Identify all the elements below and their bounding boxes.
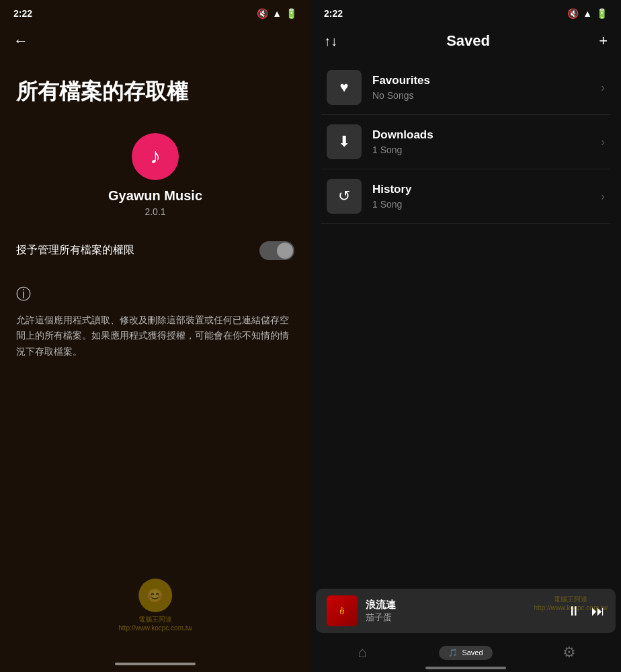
now-playing-info: 浪流連 茄子蛋 — [366, 599, 567, 624]
downloads-icon: ⬇ — [327, 124, 362, 159]
history-name: History — [372, 183, 601, 196]
home-indicator-left — [115, 663, 196, 665]
add-icon: + — [599, 32, 608, 49]
battery-icon: 🔋 — [286, 8, 297, 19]
status-bar-left: 2:22 🔇 ▲ 🔋 — [0, 0, 310, 24]
permission-row: 授予管理所有檔案的權限 — [0, 228, 310, 274]
favourites-arrow: › — [601, 81, 605, 95]
history-sub: 1 Song — [372, 199, 601, 210]
left-panel: 2:22 🔇 ▲ 🔋 ← 所有檔案的存取權 ♪ Gyawun Music 2.0… — [0, 0, 310, 672]
info-icon: ⓘ — [16, 284, 294, 304]
nav-saved[interactable]: 🎵 Saved — [414, 646, 518, 660]
pause-button[interactable]: ⏸ — [567, 603, 581, 619]
nav-settings[interactable]: ⚙ — [518, 644, 621, 661]
sort-icon: ↑↓ — [324, 34, 337, 48]
watermark-icon: 😊 — [138, 579, 172, 612]
page-title: 所有檔案的存取權 — [0, 58, 310, 126]
saved-item-downloads[interactable]: ⬇ Downloads 1 Song › — [321, 115, 610, 169]
downloads-name: Downloads — [372, 128, 601, 142]
now-playing-controls: ⏸ ⏭ — [567, 603, 605, 619]
cover-art: 🕯 — [327, 595, 358, 626]
mute-icon: 🔇 — [257, 8, 268, 19]
history-icon: ↺ — [327, 179, 362, 214]
nav-home[interactable]: ⌂ — [310, 644, 414, 661]
info-text: 允許這個應用程式讀取、修改及刪除這部裝置或任何已連結儲存空間上的所有檔案。如果應… — [16, 312, 294, 360]
saved-item-history[interactable]: ↺ History 1 Song › — [321, 169, 610, 224]
saved-pill: 🎵 Saved — [439, 646, 492, 660]
home-icon: ⌂ — [358, 644, 366, 661]
now-playing-title: 浪流連 — [366, 599, 567, 612]
downloads-sub: 1 Song — [372, 144, 601, 155]
battery-icon-right: 🔋 — [596, 8, 608, 19]
right-panel: 2:22 🔇 ▲ 🔋 ↑↓ Saved + ♥ Favourites No So… — [310, 0, 621, 672]
back-button[interactable]: ← — [0, 24, 310, 58]
home-indicator-right — [425, 667, 506, 669]
header-add-button[interactable]: + — [599, 32, 608, 50]
app-name: Gyawun Music — [108, 188, 202, 204]
time-left: 2:22 — [13, 8, 32, 19]
app-version: 2.0.1 — [144, 206, 165, 217]
app-icon: ♪ — [132, 133, 179, 180]
saved-pill-label: Saved — [462, 648, 483, 657]
header-sort-button[interactable]: ↑↓ — [324, 34, 337, 49]
permission-toggle[interactable] — [259, 241, 294, 260]
info-section: ⓘ 允許這個應用程式讀取、修改及刪除這部裝置或任何已連結儲存空間上的所有檔案。如… — [0, 274, 310, 371]
status-icons-right: 🔇 ▲ 🔋 — [567, 8, 608, 19]
watermark-left: 😊 電腦王阿達http://www.kocpc.com.tw — [118, 579, 192, 632]
saved-pill-icon: 🎵 — [448, 648, 458, 657]
watermark-text: 電腦王阿達http://www.kocpc.com.tw — [118, 615, 192, 632]
favourites-name: Favourites — [372, 74, 601, 87]
now-playing-bar[interactable]: 🕯 浪流連 茄子蛋 ⏸ ⏭ — [316, 589, 616, 633]
saved-title: Saved — [337, 32, 599, 50]
right-header: ↑↓ Saved + — [310, 24, 621, 60]
saved-item-favourites[interactable]: ♥ Favourites No Songs › — [321, 60, 610, 115]
mute-icon-right: 🔇 — [567, 8, 579, 19]
next-button[interactable]: ⏭ — [591, 603, 605, 619]
history-arrow: › — [601, 190, 605, 204]
favourites-icon: ♥ — [327, 70, 362, 105]
wifi-icon: ▲ — [272, 8, 282, 19]
favourites-sub: No Songs — [372, 90, 601, 101]
downloads-arrow: › — [601, 135, 605, 149]
status-bar-right: 2:22 🔇 ▲ 🔋 — [310, 0, 621, 24]
status-icons-left: 🔇 ▲ 🔋 — [257, 8, 297, 19]
settings-icon: ⚙ — [563, 644, 576, 661]
app-icon-section: ♪ Gyawun Music 2.0.1 — [0, 126, 310, 228]
permission-label: 授予管理所有檔案的權限 — [16, 243, 134, 257]
history-info: History 1 Song — [372, 183, 601, 210]
toggle-knob — [277, 243, 293, 259]
back-icon: ← — [13, 32, 28, 49]
wifi-icon-right: ▲ — [583, 8, 592, 19]
time-right: 2:22 — [324, 8, 343, 19]
saved-list: ♥ Favourites No Songs › ⬇ Downloads 1 So… — [310, 60, 621, 589]
now-playing-artist: 茄子蛋 — [366, 612, 567, 624]
downloads-info: Downloads 1 Song — [372, 128, 601, 155]
now-playing-cover: 🕯 — [327, 595, 358, 626]
favourites-info: Favourites No Songs — [372, 74, 601, 101]
